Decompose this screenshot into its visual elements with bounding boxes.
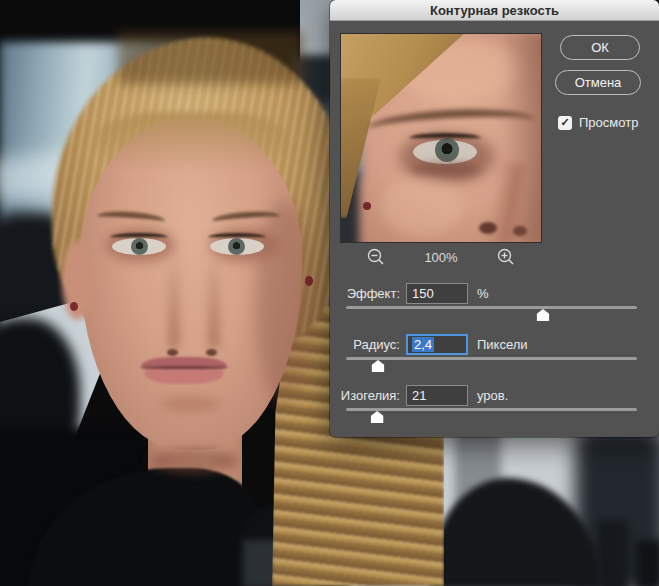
photo-chin-shadow — [160, 395, 220, 413]
threshold-slider-track[interactable] — [346, 408, 637, 411]
photo-eyelash — [208, 233, 266, 242]
amount-value: 150 — [412, 286, 434, 301]
cancel-button[interactable]: Отмена — [555, 70, 641, 95]
radius-slider-track[interactable] — [346, 357, 637, 360]
amount-slider-thumb[interactable] — [537, 309, 550, 321]
amount-input[interactable]: 150 — [406, 283, 468, 304]
threshold-slider[interactable] — [346, 405, 637, 423]
photo-eyelash — [110, 233, 168, 242]
threshold-input[interactable]: 21 — [406, 385, 468, 406]
photo-nostril — [206, 349, 217, 356]
amount-slider-track[interactable] — [346, 306, 637, 309]
radius-input[interactable]: 2,4 — [406, 334, 468, 355]
threshold-unit: уров. — [477, 388, 508, 403]
preview-cheek-highlight — [381, 176, 463, 236]
zoom-in-button[interactable] — [496, 247, 516, 267]
photo-dark-shape — [598, 520, 628, 586]
photo-hair-roots — [118, 32, 303, 84]
photo-mouth-line — [140, 366, 228, 369]
zoom-out-icon — [366, 247, 386, 267]
radius-slider[interactable] — [346, 354, 637, 372]
photo-nostril — [167, 349, 178, 356]
photo-lower-lip — [144, 368, 224, 384]
radius-label: Радиус: — [330, 337, 400, 352]
threshold-label: Изогелия: — [330, 388, 400, 403]
screenshot-root: Контурная резкость — [0, 0, 659, 586]
checkmark-icon: ✓ — [560, 117, 569, 128]
photo-earring — [70, 302, 78, 311]
preview-nostril — [479, 222, 497, 234]
radius-value: 2,4 — [412, 337, 434, 352]
amount-unit: % — [477, 286, 489, 301]
preview-zoom-controls: 100% — [340, 245, 542, 269]
threshold-row: Изогелия: 21 уров. — [330, 384, 659, 406]
preview-checkbox-label: Просмотр — [579, 115, 638, 130]
zoom-level: 100% — [424, 250, 457, 265]
zoom-in-icon — [496, 247, 516, 267]
preview-thumbnail[interactable] — [340, 33, 542, 243]
ok-button[interactable]: ОК — [560, 35, 640, 60]
threshold-slider-thumb[interactable] — [371, 411, 384, 423]
threshold-value: 21 — [412, 388, 426, 403]
radius-row: Радиус: 2,4 Пиксели — [330, 333, 659, 355]
preview-checkbox[interactable]: ✓ — [558, 116, 572, 130]
preview-earring — [363, 202, 371, 210]
preview-eyelash — [409, 133, 481, 144]
zoom-out-button[interactable] — [366, 247, 386, 267]
dialog-titlebar[interactable]: Контурная резкость — [330, 0, 659, 21]
unsharp-mask-dialog: Контурная резкость — [330, 0, 659, 437]
dialog-title: Контурная резкость — [430, 3, 559, 18]
radius-unit: Пиксели — [477, 337, 528, 352]
photo-earring — [305, 276, 313, 286]
amount-row: Эффект: 150 % — [330, 282, 659, 304]
photo-nose-shadow — [168, 252, 180, 347]
photo-nose-shadow — [208, 252, 220, 347]
preview-nostril — [513, 226, 527, 236]
photo-neck-shadow — [150, 448, 238, 474]
radius-slider-thumb[interactable] — [372, 360, 385, 372]
photo-hairline — [95, 112, 290, 170]
amount-slider[interactable] — [346, 303, 637, 321]
preview-checkbox-row[interactable]: ✓ Просмотр — [558, 115, 638, 130]
amount-label: Эффект: — [330, 286, 400, 301]
photo-dark-shape — [636, 540, 659, 586]
